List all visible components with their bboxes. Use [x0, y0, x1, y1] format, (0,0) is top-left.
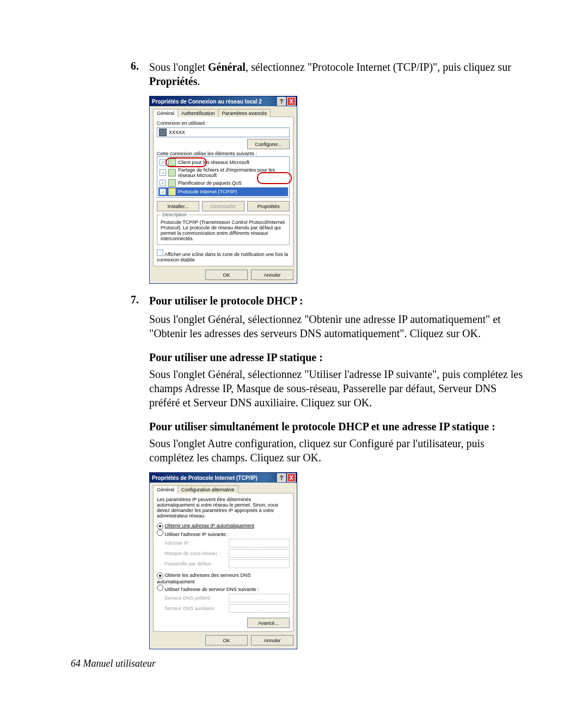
tab-general[interactable]: Général	[153, 485, 178, 493]
radio-auto-dns[interactable]: Obtenir les adresses des serveurs DNS au…	[157, 572, 290, 584]
tab-alt-config[interactable]: Configuration alternative	[177, 485, 238, 493]
mask-field[interactable]: . . .	[229, 549, 290, 558]
description-text: Protocole TCP/IP (Transmission Control P…	[161, 220, 286, 241]
checkbox-icon[interactable]: ✓	[160, 169, 166, 176]
window-titlebar: Propriétés de Connexion au réseau local …	[150, 96, 297, 106]
checkbox-icon[interactable]: ✓	[160, 159, 166, 166]
screenshot-tcpip-properties: Propriétés de Protocole Internet (TCP/IP…	[149, 472, 297, 649]
radio-icon	[157, 572, 163, 579]
radio-icon	[157, 529, 163, 536]
uninstall-button[interactable]: Désinstaller	[202, 201, 244, 211]
tab-strip: Général Authentification Paramètres avan…	[153, 108, 293, 117]
protocol-icon	[168, 188, 176, 196]
components-list[interactable]: ✓Client pour les réseaux Microsoft ✓Part…	[157, 156, 290, 198]
tab-general[interactable]: Général	[153, 109, 178, 117]
window-titlebar: Propriétés de Protocole Internet (TCP/IP…	[150, 473, 297, 483]
step-6: 6. Sous l'onglet Général, sélectionnez "…	[131, 60, 523, 88]
client-icon	[168, 159, 176, 166]
both-paragraph: Sous l'onglet Autre configuration, cliqu…	[149, 436, 523, 465]
dns1-field[interactable]: . . .	[229, 594, 290, 602]
radio-icon	[157, 523, 163, 529]
description-group: Description Protocole TCP/IP (Transmissi…	[157, 215, 290, 245]
label-dns2: Serveur DNS auxiliaire :	[164, 606, 217, 611]
both-heading: Pour utiliser simultanément le protocole…	[149, 421, 523, 433]
tab-strip: Général Configuration alternative	[153, 485, 293, 493]
static-ip-heading: Pour utiliser une adresse IP statique :	[149, 351, 523, 364]
window-title: Propriétés de Protocole Internet (TCP/IP…	[152, 475, 258, 481]
tab-auth[interactable]: Authentification	[177, 109, 219, 117]
list-item: ✓Partage de fichiers et d'imprimantes po…	[158, 167, 288, 179]
qos-icon	[168, 179, 176, 187]
page-footer: 64 Manuel utilisateur	[71, 658, 156, 669]
help-icon[interactable]: ?	[277, 97, 286, 106]
label-gateway: Passerelle par défaut :	[164, 561, 213, 566]
properties-button[interactable]: Propriétés	[247, 201, 290, 211]
checkbox-icon[interactable]: ✓	[160, 188, 166, 195]
share-icon	[168, 169, 176, 176]
notify-checkbox[interactable]: Afficher une icône dans la zone de notif…	[157, 249, 290, 263]
ok-button[interactable]: OK	[205, 270, 248, 280]
uses-label: Cette connexion utilise les éléments sui…	[157, 151, 290, 156]
step-number: 7.	[131, 294, 149, 308]
screenshot-connection-properties: Propriétés de Connexion au réseau local …	[149, 96, 296, 284]
advanced-button[interactable]: Avancé...	[247, 618, 290, 628]
list-item-tcpip: ✓Protocole Internet (TCP/IP)	[158, 187, 288, 196]
radio-manual-dns[interactable]: Utiliser l'adresse de serveur DNS suivan…	[157, 584, 290, 592]
checkbox-icon[interactable]: ✓	[160, 180, 166, 186]
label-dns1: Serveur DNS préféré :	[164, 595, 213, 601]
window-title: Propriétés de Connexion au réseau local …	[152, 99, 262, 105]
radio-auto-ip[interactable]: Obtenir une adresse IP automatiquement	[157, 523, 290, 529]
label-ip: Adresse IP :	[164, 540, 191, 546]
install-button[interactable]: Installer...	[157, 201, 199, 211]
nic-icon	[159, 129, 167, 136]
ok-button[interactable]: OK	[205, 635, 248, 645]
step-7: 7. Pour utiliser le protocole DHCP :	[131, 294, 523, 308]
configure-button[interactable]: Configurer...	[247, 139, 290, 149]
step-number: 6.	[131, 60, 149, 88]
step7-heading: Pour utiliser le protocole DHCP :	[149, 295, 303, 307]
radio-icon	[157, 584, 163, 591]
ip-field[interactable]: . . .	[229, 539, 290, 547]
list-item: ✓Planificateur de paquets QoS	[158, 179, 288, 187]
checkbox-icon[interactable]	[157, 249, 163, 256]
cancel-button[interactable]: Annuler	[251, 635, 293, 645]
adapter-field: XXXXX	[157, 127, 290, 137]
label-mask: Masque de sous-réseau :	[164, 551, 220, 556]
intro-text: Les paramètres IP peuvent être déterminé…	[157, 497, 290, 519]
step7-paragraph: Sous l'onglet Général, sélectionnez "Obt…	[149, 312, 523, 340]
close-icon[interactable]: X	[287, 473, 296, 482]
dns2-field[interactable]: . . .	[229, 604, 290, 613]
list-item: ✓Client pour les réseaux Microsoft	[158, 158, 288, 167]
close-icon[interactable]: X	[287, 97, 296, 106]
cancel-button[interactable]: Annuler	[251, 270, 293, 280]
document-page: 6. Sous l'onglet Général, sélectionnez "…	[0, 0, 588, 713]
help-icon[interactable]: ?	[277, 473, 286, 482]
connect-using-label: Connexion en utilisant :	[157, 120, 290, 126]
radio-manual-ip[interactable]: Utiliser l'adresse IP suivante :	[157, 529, 290, 537]
tab-advanced[interactable]: Paramètres avancés	[218, 109, 271, 117]
gateway-field[interactable]: . . .	[229, 559, 290, 568]
step-text: Sous l'onglet Général, sélectionnez "Pro…	[149, 60, 523, 88]
static-ip-paragraph: Sous l'onglet Général, sélectionnez "Uti…	[149, 367, 523, 410]
